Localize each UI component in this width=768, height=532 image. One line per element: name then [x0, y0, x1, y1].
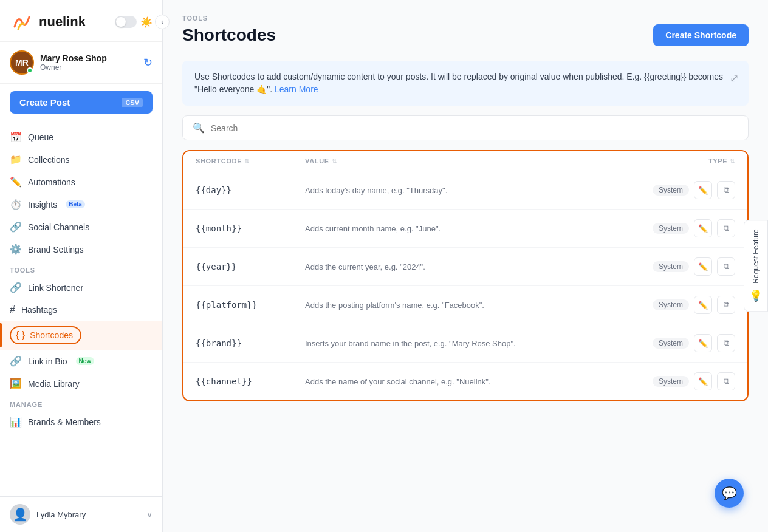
table-body: {{day}} Adds today's day name, e.g. "Thu…: [183, 171, 747, 400]
value-cell: Inserts your brand name in the post, e.g…: [305, 339, 650, 348]
shortcode-cell: {{day}}: [196, 185, 305, 195]
copy-button[interactable]: ⧉: [717, 257, 735, 276]
sidebar-item-insights[interactable]: ⏱️ Insights Beta: [0, 193, 162, 216]
chat-button[interactable]: 💬: [715, 479, 744, 508]
sidebar-item-label: Automations: [28, 177, 75, 187]
sidebar-item-media-library[interactable]: 🖼️ Media Library: [0, 372, 162, 395]
type-badge: System: [653, 261, 689, 272]
copy-button[interactable]: ⧉: [717, 334, 735, 352]
value-cell: Adds the name of your social channel, e.…: [305, 377, 650, 386]
value-cell: Adds the posting platform's name, e.g. "…: [305, 301, 650, 310]
csv-badge: CSV: [122, 98, 143, 107]
queue-icon: 📅: [10, 131, 22, 143]
manage-section-label: MANAGE: [0, 395, 162, 411]
type-badge: System: [653, 376, 689, 387]
sidebar-item-label: Collections: [28, 155, 69, 165]
shortcode-cell: {{channel}}: [196, 377, 305, 386]
insights-icon: ⏱️: [10, 199, 22, 210]
edit-button[interactable]: ✏️: [694, 334, 712, 352]
avatar: MR: [10, 50, 34, 75]
main-header: TOOLS Shortcodes Create Shortcode: [163, 0, 768, 56]
sidebar-item-brands-members[interactable]: 📊 Brands & Members: [0, 411, 162, 433]
learn-more-link[interactable]: Learn More: [275, 84, 318, 94]
table-row: {{platform}} Adds the posting platform's…: [183, 286, 747, 324]
search-container: 🔍: [182, 115, 749, 140]
column-header-shortcode: SHORTCODE ⇅: [196, 157, 305, 165]
sidebar-item-shortcodes[interactable]: { } Shortcodes: [0, 321, 162, 350]
nuelink-logo-icon: [10, 10, 34, 34]
sort-arrows-value[interactable]: ⇅: [332, 158, 337, 165]
table-header: SHORTCODE ⇅ VALUE ⇅ TYPE ⇅: [183, 151, 747, 171]
beta-badge: Beta: [66, 200, 85, 208]
sort-arrows-shortcode[interactable]: ⇅: [244, 158, 250, 165]
sidebar-item-label: Hashtags: [21, 305, 57, 315]
type-cell: System ✏️ ⧉: [650, 296, 735, 314]
new-badge: New: [76, 357, 95, 365]
sidebar-item-link-shortener[interactable]: 🔗 Link Shortener: [0, 276, 162, 299]
type-badge: System: [653, 185, 689, 196]
sidebar-item-social-channels[interactable]: 🔗 Social Channels: [0, 216, 162, 238]
request-feature-panel[interactable]: Request Feature 💡: [744, 220, 768, 312]
sidebar-item-automations[interactable]: ✏️ Automations: [0, 171, 162, 193]
shortcodes-active-wrap: { } Shortcodes: [10, 326, 81, 344]
sidebar-footer[interactable]: 👤 Lydia Mybrary ∨: [0, 496, 162, 532]
column-header-value: VALUE ⇅: [305, 157, 650, 165]
social-channels-icon: 🔗: [10, 221, 22, 233]
chevron-down-icon: ∨: [146, 510, 153, 519]
sidebar-item-label: Link Shortener: [28, 283, 83, 293]
nav-section: 📅 Queue 📁 Collections ✏️ Automations ⏱️ …: [0, 121, 162, 496]
copy-button[interactable]: ⧉: [717, 372, 735, 390]
refresh-icon[interactable]: ↻: [143, 56, 153, 69]
request-feature-label: Request Feature: [752, 229, 760, 283]
theme-switch[interactable]: [115, 16, 137, 28]
info-box: Use Shortcodes to add custom/dynamic con…: [182, 61, 749, 106]
online-indicator: [27, 67, 33, 73]
type-cell: System ✏️ ⧉: [650, 372, 735, 390]
sidebar-item-brand-settings[interactable]: ⚙️ Brand Settings: [0, 238, 162, 261]
sidebar-item-label: Queue: [28, 132, 53, 142]
tools-breadcrumb: TOOLS: [182, 15, 749, 22]
sidebar-item-label: Link in Bio: [28, 356, 67, 366]
edit-button[interactable]: ✏️: [694, 219, 712, 237]
logo-area: nuelink: [10, 10, 86, 34]
table-row: {{day}} Adds today's day name, e.g. "Thu…: [183, 171, 747, 210]
search-input[interactable]: [211, 123, 738, 133]
theme-toggle[interactable]: ☀️: [115, 16, 153, 28]
sidebar-item-label: Brand Settings: [28, 245, 84, 254]
sidebar-item-label: Shortcodes: [30, 330, 73, 340]
collapse-sidebar-button[interactable]: ‹: [155, 15, 170, 29]
shortcode-cell: {{brand}}: [196, 338, 305, 348]
copy-button[interactable]: ⧉: [717, 181, 735, 199]
user-profile[interactable]: MR Mary Rose Shop Owner ↻: [0, 42, 162, 84]
shortcode-cell: {{platform}}: [196, 300, 305, 310]
create-shortcode-button[interactable]: Create Shortcode: [653, 24, 749, 46]
link-in-bio-icon: 🔗: [10, 355, 22, 367]
sidebar-item-link-in-bio[interactable]: 🔗 Link in Bio New: [0, 350, 162, 372]
create-post-label: Create Post: [19, 97, 70, 107]
value-cell: Adds the current year, e.g. "2024".: [305, 262, 650, 271]
sidebar-item-collections[interactable]: 📁 Collections: [0, 148, 162, 171]
table-row: {{year}} Adds the current year, e.g. "20…: [183, 248, 747, 286]
lightbulb-icon: 💡: [749, 290, 763, 303]
user-role: Owner: [40, 63, 137, 72]
value-cell: Adds current month name, e.g. "June".: [305, 224, 650, 233]
copy-button[interactable]: ⧉: [717, 296, 735, 314]
expand-icon[interactable]: ⤢: [730, 70, 739, 87]
sidebar-item-hashtags[interactable]: # Hashtags: [0, 299, 162, 321]
search-icon: 🔍: [193, 122, 205, 134]
sun-icon: ☀️: [140, 16, 153, 28]
edit-button[interactable]: ✏️: [694, 296, 712, 314]
sort-arrows-type[interactable]: ⇅: [730, 158, 735, 165]
type-cell: System ✏️ ⧉: [650, 181, 735, 199]
sidebar-item-queue[interactable]: 📅 Queue: [0, 126, 162, 148]
edit-button[interactable]: ✏️: [694, 181, 712, 199]
edit-button[interactable]: ✏️: [694, 257, 712, 276]
shortcode-cell: {{month}}: [196, 223, 305, 233]
footer-user-name: Lydia Mybrary: [36, 510, 140, 519]
copy-button[interactable]: ⧉: [717, 219, 735, 237]
type-cell: System ✏️ ⧉: [650, 334, 735, 352]
type-badge: System: [653, 299, 689, 310]
edit-button[interactable]: ✏️: [694, 372, 712, 390]
create-post-button[interactable]: Create Post CSV: [10, 91, 153, 114]
sidebar-item-label: Social Channels: [28, 222, 89, 232]
